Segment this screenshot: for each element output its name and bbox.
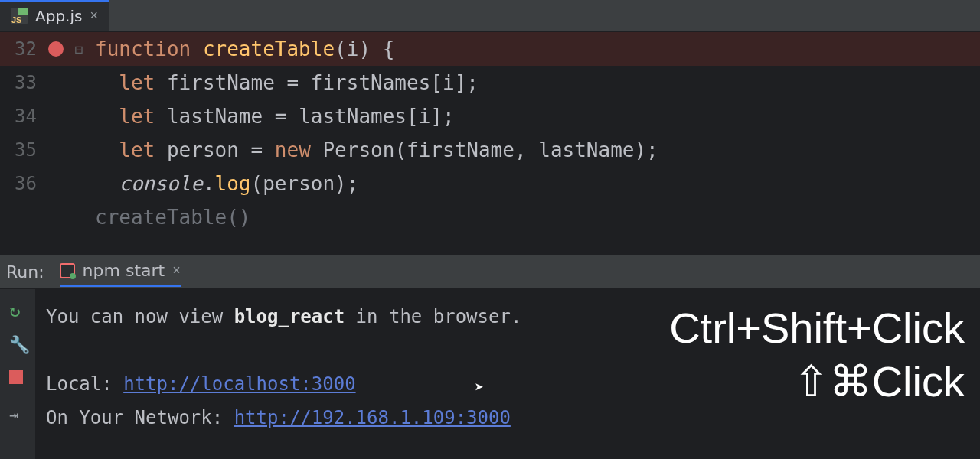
line-number: 34 [0, 106, 44, 127]
line-number: 32 [0, 38, 44, 60]
file-tab-app-js[interactable]: App.js × [0, 0, 109, 31]
code-content: let firstName = firstNames[i]; [90, 71, 479, 94]
console-output[interactable]: You can now view blog_react in the brows… [35, 289, 980, 459]
tab-filename: App.js [35, 7, 82, 25]
code-content: let person = new Person(firstName, lastN… [90, 138, 658, 161]
stop-icon[interactable] [9, 370, 26, 387]
close-icon[interactable]: × [172, 262, 181, 278]
code-line[interactable]: 33 let firstName = firstNames[i]; [0, 66, 980, 99]
breakpoint-icon[interactable] [48, 41, 64, 57]
run-tool-window: ↻ 🔧 ⇥ You can now view blog_react in the… [0, 289, 980, 459]
code-content: function createTable(i) { [90, 37, 394, 60]
shortcut-mac: ⇧⌘Click [669, 358, 965, 405]
line-number: 33 [0, 72, 44, 93]
code-editor[interactable]: 32 ⊟ function createTable(i) { 33 let fi… [0, 32, 980, 254]
breakpoint-gutter[interactable] [44, 41, 67, 57]
code-content: console.log(person); [90, 172, 358, 195]
shortcut-windows: Ctrl+Shift+Click [669, 304, 965, 352]
run-label: Run: [6, 262, 44, 282]
local-url-link[interactable]: http://localhost:3000 [123, 373, 355, 395]
console-line: On Your Network: http://192.168.1.109:30… [46, 401, 972, 435]
code-content: let lastName = lastNames[i]; [90, 105, 455, 128]
code-line[interactable]: 35 let person = new Person(firstName, la… [0, 133, 980, 167]
parameter-hint: createTable() [0, 200, 980, 234]
code-line[interactable]: 36 console.log(person); [0, 167, 980, 200]
line-number: 35 [0, 139, 44, 161]
code-line[interactable]: 32 ⊟ function createTable(i) { [0, 32, 980, 66]
run-config-tab[interactable]: npm start × [60, 256, 181, 287]
editor-tab-bar: App.js × [0, 0, 980, 32]
shortcut-overlay: Ctrl+Shift+Click ⇧⌘Click [669, 304, 965, 405]
wrench-icon[interactable]: 🔧 [9, 335, 26, 352]
close-icon[interactable]: × [90, 8, 98, 24]
fold-icon[interactable]: ⊟ [67, 41, 90, 57]
code-line[interactable]: 34 let lastName = lastNames[i]; [0, 99, 980, 133]
js-file-icon [11, 8, 28, 24]
rerun-icon[interactable]: ↻ [9, 300, 26, 317]
network-url-link[interactable]: http://192.168.1.109:3000 [234, 407, 511, 428]
run-sidebar: ↻ 🔧 ⇥ [0, 289, 35, 459]
run-config-name: npm start [83, 261, 165, 280]
run-tool-header: Run: npm start × [0, 254, 980, 289]
download-icon[interactable]: ⇥ [9, 405, 26, 422]
line-number: 36 [0, 173, 44, 194]
npm-icon [60, 263, 75, 278]
